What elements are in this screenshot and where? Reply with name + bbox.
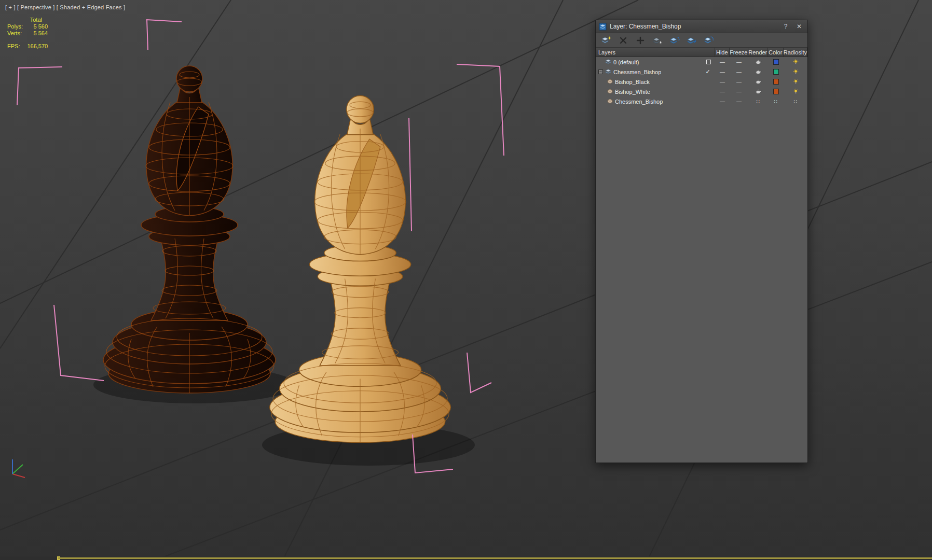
stats-verts-label: Verts: [7, 30, 22, 37]
cell-hide[interactable]: — [715, 87, 730, 96]
track-bar[interactable] [0, 556, 932, 560]
current-layer-box[interactable] [706, 60, 711, 64]
track-bar-line [58, 557, 932, 559]
row-label: Chessmen_Bishop [613, 69, 661, 75]
object-icon [607, 99, 613, 104]
layer-toolbar [596, 33, 807, 48]
row-name-cell[interactable]: Bishop_White [596, 87, 715, 96]
object-icon-wrap [607, 99, 613, 105]
layer-list-header: Layers Hide Freeze Render Color Radiosit… [596, 48, 807, 57]
expand-toggle[interactable]: − [598, 69, 603, 74]
stats-polys-label: Polys: [7, 23, 23, 30]
max-viewport[interactable]: [ + ] [ Perspective ] [ Shaded + Edged F… [0, 0, 932, 560]
object-icon [607, 79, 613, 84]
object-icon-wrap [607, 79, 613, 85]
object-icon [607, 89, 613, 94]
cell-hide[interactable]: — [715, 57, 730, 67]
bishop-black-object[interactable] [103, 66, 276, 393]
layer-dialog: Layer: Chessmen_Bishop ? ✕ [595, 20, 808, 463]
cell-color[interactable] [768, 77, 784, 87]
column-header-render[interactable]: Render [748, 48, 768, 57]
create-new-layer-button[interactable] [599, 34, 613, 46]
renderable-icon [755, 79, 762, 85]
viewport-label[interactable]: [ + ] [ Perspective ] [ Shaded + Edged F… [5, 4, 125, 10]
layer-icon-wrap [605, 59, 611, 65]
row-label: Bishop_White [615, 89, 650, 95]
stats-total-label: Total [30, 17, 42, 23]
column-header-freeze[interactable]: Freeze [730, 48, 748, 57]
layer-row[interactable]: 0 (default)—— [596, 57, 807, 67]
cell-hide[interactable]: — [715, 67, 730, 77]
row-label: 0 (default) [613, 59, 639, 65]
renderable-icon [755, 59, 762, 65]
layer-icon-wrap [605, 69, 611, 75]
stats-fps-label: FPS: [7, 43, 20, 50]
viewport-statistics: Total Polys:5 560 Verts:5 564 FPS:166,57… [7, 17, 57, 50]
cell-color[interactable] [768, 67, 784, 77]
color-swatch[interactable] [773, 79, 779, 85]
cell-render[interactable] [748, 57, 768, 67]
layer-row[interactable]: −Chessmen_Bishop✓—— [596, 67, 807, 77]
cell-hide[interactable]: — [715, 77, 730, 87]
radiosity-icon [792, 79, 799, 85]
cell-color[interactable]: ∷ [768, 96, 784, 106]
color-swatch[interactable] [773, 59, 779, 65]
cell-render[interactable] [748, 87, 768, 96]
column-header-layers[interactable]: Layers [596, 48, 715, 57]
row-name-cell[interactable]: Bishop_Black [596, 77, 715, 87]
row-name-cell[interactable]: 0 (default) [596, 57, 715, 67]
row-name-cell[interactable]: Chessmen_Bishop [596, 96, 715, 106]
radiosity-icon [792, 59, 799, 65]
cell-hide[interactable]: — [715, 96, 730, 106]
column-header-hide[interactable]: Hide [715, 48, 730, 57]
row-name-cell[interactable]: −Chessmen_Bishop✓ [596, 67, 715, 77]
cell-render[interactable]: ∷ [748, 96, 768, 106]
renderable-icon [755, 89, 762, 94]
cell-color[interactable] [768, 57, 784, 67]
color-swatch[interactable] [773, 89, 779, 94]
bishop-white-object[interactable] [270, 96, 451, 443]
cell-radiosity[interactable] [784, 87, 807, 96]
layer-dialog-titlebar[interactable]: Layer: Chessmen_Bishop ? ✕ [596, 20, 807, 33]
cell-color[interactable] [768, 87, 784, 96]
layer-dialog-title: Layer: Chessmen_Bishop [610, 23, 777, 30]
layer-icon [605, 69, 611, 74]
add-layer-button[interactable] [633, 34, 647, 46]
layer-dialog-icon [599, 23, 607, 31]
cell-freeze[interactable]: — [730, 57, 748, 67]
cell-freeze[interactable]: — [730, 67, 748, 77]
highlight-selected-layers-button[interactable] [702, 34, 716, 46]
cell-freeze[interactable]: — [730, 77, 748, 87]
cell-render[interactable] [748, 67, 768, 77]
object-row[interactable]: Chessmen_Bishop——∷∷∷ [596, 96, 807, 106]
object-row[interactable]: Bishop_Black—— [596, 77, 807, 87]
add-selection-to-layer-button[interactable] [650, 34, 664, 46]
delete-layer-button[interactable] [616, 34, 630, 46]
row-label: Chessmen_Bishop [615, 99, 663, 105]
object-row[interactable]: Bishop_White—— [596, 87, 807, 96]
stats-verts-value: 5 564 [33, 30, 48, 37]
column-header-radiosity[interactable]: Radiosity [784, 48, 807, 57]
object-icon-wrap [607, 89, 613, 95]
cell-freeze[interactable]: — [730, 87, 748, 96]
help-button[interactable]: ? [780, 22, 791, 31]
layer-icon [605, 59, 611, 64]
color-swatch[interactable] [773, 69, 779, 75]
cell-freeze[interactable]: — [730, 96, 748, 106]
cell-radiosity[interactable] [784, 57, 807, 67]
row-label: Bishop_Black [615, 79, 650, 85]
close-button[interactable]: ✕ [794, 22, 804, 31]
cell-radiosity[interactable] [784, 77, 807, 87]
cell-radiosity[interactable] [784, 67, 807, 77]
cell-render[interactable] [748, 77, 768, 87]
stats-polys-value: 5 560 [33, 23, 48, 30]
column-header-color[interactable]: Color [768, 48, 784, 57]
world-axis-gizmo [6, 454, 33, 481]
renderable-icon [755, 69, 762, 75]
select-objects-in-layer-button[interactable] [667, 34, 681, 46]
radiosity-icon [792, 69, 799, 75]
stats-fps-value: 166,570 [27, 43, 48, 50]
current-layer-check[interactable]: ✓ [705, 68, 711, 75]
cell-radiosity[interactable]: ∷ [784, 96, 807, 106]
set-current-layer-button[interactable] [684, 34, 698, 46]
